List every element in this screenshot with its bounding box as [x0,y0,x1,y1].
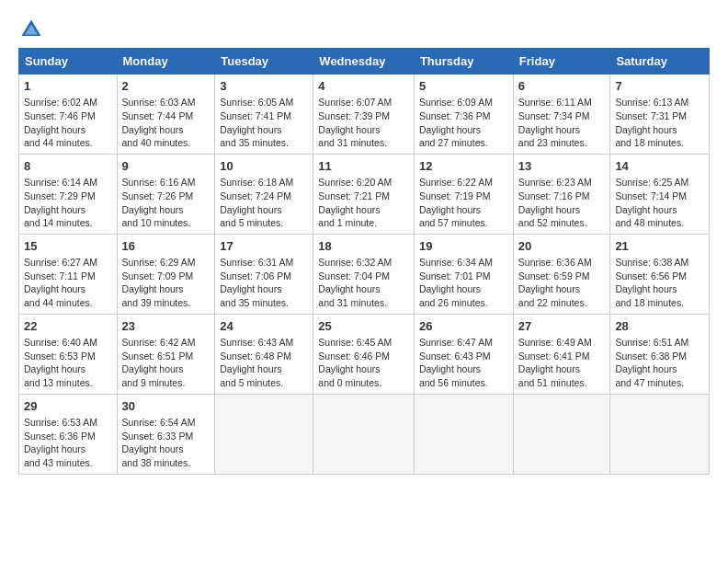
day-number: 8 [24,158,112,175]
day-number: 25 [318,318,409,335]
week-row-5: 29 Sunrise: 6:53 AM Sunset: 6:36 PM Dayl… [19,394,710,474]
day-number: 3 [220,78,308,95]
day-info: Sunrise: 6:11 AM Sunset: 7:34 PM Dayligh… [518,96,606,150]
day-info: Sunrise: 6:05 AM Sunset: 7:41 PM Dayligh… [220,96,308,150]
calendar-header-friday: Friday [513,49,610,75]
calendar-cell: 16 Sunrise: 6:29 AM Sunset: 7:09 PM Dayl… [117,234,215,314]
day-info: Sunrise: 6:51 AM Sunset: 6:38 PM Dayligh… [615,336,704,390]
day-info: Sunrise: 6:53 AM Sunset: 6:36 PM Dayligh… [24,416,112,470]
day-info: Sunrise: 6:54 AM Sunset: 6:33 PM Dayligh… [122,416,210,470]
day-number: 26 [419,318,508,335]
day-info: Sunrise: 6:34 AM Sunset: 7:01 PM Dayligh… [419,256,508,310]
calendar-cell: 14 Sunrise: 6:25 AM Sunset: 7:14 PM Dayl… [610,154,710,234]
day-number: 18 [318,238,409,255]
day-number: 1 [24,78,112,95]
calendar-cell: 30 Sunrise: 6:54 AM Sunset: 6:33 PM Dayl… [117,394,215,474]
day-info: Sunrise: 6:40 AM Sunset: 6:53 PM Dayligh… [24,336,112,390]
calendar-cell: 27 Sunrise: 6:49 AM Sunset: 6:41 PM Dayl… [513,314,610,394]
day-info: Sunrise: 6:29 AM Sunset: 7:09 PM Dayligh… [122,256,210,310]
logo-icon [18,17,44,42]
calendar-header-tuesday: Tuesday [215,49,313,75]
calendar-header-monday: Monday [117,49,215,75]
calendar-cell: 17 Sunrise: 6:31 AM Sunset: 7:06 PM Dayl… [215,234,313,314]
calendar-cell: 7 Sunrise: 6:13 AM Sunset: 7:31 PM Dayli… [610,75,710,155]
calendar-cell: 5 Sunrise: 6:09 AM Sunset: 7:36 PM Dayli… [414,75,513,155]
day-number: 4 [318,78,409,95]
calendar-cell: 24 Sunrise: 6:43 AM Sunset: 6:48 PM Dayl… [215,314,313,394]
calendar-cell: 25 Sunrise: 6:45 AM Sunset: 6:46 PM Dayl… [313,314,415,394]
calendar-cell: 19 Sunrise: 6:34 AM Sunset: 7:01 PM Dayl… [414,234,513,314]
calendar-cell: 2 Sunrise: 6:03 AM Sunset: 7:44 PM Dayli… [117,75,215,155]
day-number: 28 [615,318,704,335]
day-number: 30 [122,398,210,415]
calendar-header-thursday: Thursday [414,49,513,75]
day-number: 6 [518,78,606,95]
calendar-cell: 15 Sunrise: 6:27 AM Sunset: 7:11 PM Dayl… [19,234,118,314]
day-info: Sunrise: 6:23 AM Sunset: 7:16 PM Dayligh… [518,176,606,230]
calendar-cell: 22 Sunrise: 6:40 AM Sunset: 6:53 PM Dayl… [19,314,118,394]
page: SundayMondayTuesdayWednesdayThursdayFrid… [0,0,728,484]
week-row-4: 22 Sunrise: 6:40 AM Sunset: 6:53 PM Dayl… [19,314,710,394]
day-info: Sunrise: 6:43 AM Sunset: 6:48 PM Dayligh… [220,336,308,390]
day-info: Sunrise: 6:36 AM Sunset: 6:59 PM Dayligh… [518,256,606,310]
calendar-cell: 18 Sunrise: 6:32 AM Sunset: 7:04 PM Dayl… [313,234,415,314]
day-info: Sunrise: 6:18 AM Sunset: 7:24 PM Dayligh… [220,176,308,230]
calendar-cell: 4 Sunrise: 6:07 AM Sunset: 7:39 PM Dayli… [313,75,415,155]
calendar-cell: 26 Sunrise: 6:47 AM Sunset: 6:43 PM Dayl… [414,314,513,394]
day-info: Sunrise: 6:02 AM Sunset: 7:46 PM Dayligh… [24,96,112,150]
calendar-cell [414,394,513,474]
day-number: 5 [419,78,508,95]
calendar-header-saturday: Saturday [610,49,710,75]
calendar-cell: 28 Sunrise: 6:51 AM Sunset: 6:38 PM Dayl… [610,314,710,394]
calendar-cell [610,394,710,474]
day-number: 16 [122,238,210,255]
calendar-cell: 6 Sunrise: 6:11 AM Sunset: 7:34 PM Dayli… [513,75,610,155]
calendar-cell: 10 Sunrise: 6:18 AM Sunset: 7:24 PM Dayl… [215,154,313,234]
calendar-cell [513,394,610,474]
day-info: Sunrise: 6:13 AM Sunset: 7:31 PM Dayligh… [615,96,704,150]
calendar-cell: 3 Sunrise: 6:05 AM Sunset: 7:41 PM Dayli… [215,75,313,155]
day-info: Sunrise: 6:47 AM Sunset: 6:43 PM Dayligh… [419,336,508,390]
calendar-cell: 8 Sunrise: 6:14 AM Sunset: 7:29 PM Dayli… [19,154,118,234]
day-info: Sunrise: 6:42 AM Sunset: 6:51 PM Dayligh… [122,336,210,390]
day-info: Sunrise: 6:07 AM Sunset: 7:39 PM Dayligh… [318,96,409,150]
day-info: Sunrise: 6:16 AM Sunset: 7:26 PM Dayligh… [122,176,210,230]
logo [18,17,48,42]
day-number: 23 [122,318,210,335]
week-row-1: 1 Sunrise: 6:02 AM Sunset: 7:46 PM Dayli… [19,75,710,155]
calendar-cell [313,394,415,474]
day-number: 15 [24,238,112,255]
week-row-3: 15 Sunrise: 6:27 AM Sunset: 7:11 PM Dayl… [19,234,710,314]
calendar-cell: 13 Sunrise: 6:23 AM Sunset: 7:16 PM Dayl… [513,154,610,234]
day-number: 10 [220,158,308,175]
day-info: Sunrise: 6:09 AM Sunset: 7:36 PM Dayligh… [419,96,508,150]
day-number: 2 [122,78,210,95]
day-info: Sunrise: 6:38 AM Sunset: 6:56 PM Dayligh… [615,256,704,310]
day-info: Sunrise: 6:45 AM Sunset: 6:46 PM Dayligh… [318,336,409,390]
day-number: 12 [419,158,508,175]
day-number: 17 [220,238,308,255]
day-number: 13 [518,158,606,175]
day-info: Sunrise: 6:32 AM Sunset: 7:04 PM Dayligh… [318,256,409,310]
day-number: 29 [24,398,112,415]
day-info: Sunrise: 6:22 AM Sunset: 7:19 PM Dayligh… [419,176,508,230]
day-info: Sunrise: 6:31 AM Sunset: 7:06 PM Dayligh… [220,256,308,310]
day-info: Sunrise: 6:27 AM Sunset: 7:11 PM Dayligh… [24,256,112,310]
day-number: 21 [615,238,704,255]
day-info: Sunrise: 6:49 AM Sunset: 6:41 PM Dayligh… [518,336,606,390]
day-number: 7 [615,78,704,95]
calendar-cell: 20 Sunrise: 6:36 AM Sunset: 6:59 PM Dayl… [513,234,610,314]
calendar-header-wednesday: Wednesday [313,49,415,75]
day-number: 14 [615,158,704,175]
day-info: Sunrise: 6:03 AM Sunset: 7:44 PM Dayligh… [122,96,210,150]
calendar-cell: 9 Sunrise: 6:16 AM Sunset: 7:26 PM Dayli… [117,154,215,234]
calendar-cell: 21 Sunrise: 6:38 AM Sunset: 6:56 PM Dayl… [610,234,710,314]
calendar-cell [215,394,313,474]
calendar-cell: 23 Sunrise: 6:42 AM Sunset: 6:51 PM Dayl… [117,314,215,394]
week-row-2: 8 Sunrise: 6:14 AM Sunset: 7:29 PM Dayli… [19,154,710,234]
day-number: 24 [220,318,308,335]
day-number: 11 [318,158,409,175]
day-info: Sunrise: 6:20 AM Sunset: 7:21 PM Dayligh… [318,176,409,230]
day-number: 27 [518,318,606,335]
day-info: Sunrise: 6:14 AM Sunset: 7:29 PM Dayligh… [24,176,112,230]
